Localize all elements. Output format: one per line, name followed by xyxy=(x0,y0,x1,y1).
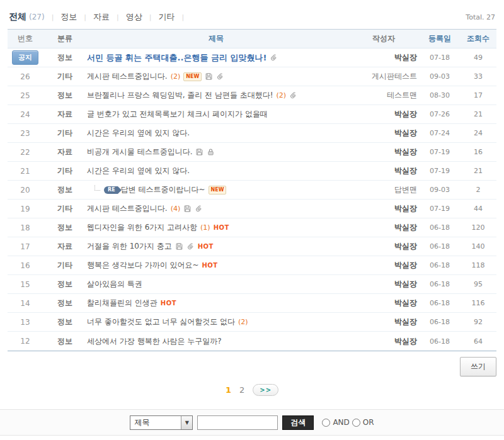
row-views: 64 xyxy=(460,337,496,346)
column-header-date: 등록일 xyxy=(420,33,460,44)
row-title-cell: 글 번호가 있고 전체목록보기 체크시 페이지가 없을때 xyxy=(87,109,350,120)
table-header-row: 번호 분류 제목 작성자 등록일 조회수 xyxy=(8,30,496,48)
table-row: 25 정보 브란젤리나 프랑스 웨딩임박, 졸리 전 남편들 초대했다!(2) … xyxy=(8,86,496,105)
row-author[interactable]: 박실장 xyxy=(350,166,420,176)
row-author[interactable]: 박실장 xyxy=(350,109,420,120)
post-title-link[interactable]: 답변 테스트중이랍니다~ xyxy=(121,184,205,195)
or-radio-label: OR xyxy=(363,418,374,427)
row-views: 44 xyxy=(460,205,496,213)
post-title-link[interactable]: 시간은 우리의 옆에 있지 않다. xyxy=(87,166,190,176)
row-author[interactable]: 박실장 xyxy=(350,298,420,308)
row-title-cell: 브란젤리나 프랑스 웨딩임박, 졸리 전 남편들 초대했다!(2) xyxy=(87,90,350,101)
write-button[interactable]: 쓰기 xyxy=(460,357,496,376)
write-button-row: 쓰기 xyxy=(8,351,496,376)
search-input[interactable] xyxy=(197,415,278,430)
row-date: 07-18 xyxy=(420,54,460,62)
tab-info-label: 정보 xyxy=(60,11,77,23)
and-radio-label: AND xyxy=(333,418,349,427)
search-operator-group: AND OR xyxy=(322,418,374,427)
next-pages-button[interactable]: >> xyxy=(253,384,278,396)
row-number: 17 xyxy=(8,242,43,251)
tab-data[interactable]: 자료 xyxy=(93,11,110,23)
table-row: 19 기타 게시판 테스트중입니다.(4) 박실장 07-19 44 xyxy=(8,200,496,218)
row-number: 23 xyxy=(8,129,43,138)
row-author[interactable]: 박실장 xyxy=(350,336,420,347)
row-author[interactable]: 박실장 xyxy=(350,222,420,233)
post-title-link[interactable]: 거절을 위한 10가지 충고 xyxy=(87,241,172,252)
or-radio[interactable] xyxy=(352,419,360,427)
attachment-icon xyxy=(289,91,297,99)
tab-separator: | xyxy=(149,13,152,21)
chevron-down-icon[interactable]: ▼ xyxy=(181,416,192,429)
row-category: 정보 xyxy=(43,222,87,233)
row-date: 06-18 xyxy=(420,261,460,269)
row-author[interactable]: 테스트맨 xyxy=(350,90,420,101)
post-title-link[interactable]: 게시판 테스트중입니다. xyxy=(87,71,168,82)
row-author[interactable]: 박실장 xyxy=(350,241,420,252)
row-views: 49 xyxy=(460,54,496,62)
row-author[interactable]: 박실장 xyxy=(350,147,420,157)
post-title-link[interactable]: 행복은 생각보다 가까이 있어요~ xyxy=(87,260,199,271)
comment-count: (2) xyxy=(171,72,181,81)
search-field-select[interactable]: 제목 ▼ xyxy=(130,415,193,430)
page-number-1[interactable]: 1 xyxy=(226,385,231,395)
post-title-link[interactable]: 시간은 우리의 옆에 있지 않다. xyxy=(87,128,190,138)
and-radio[interactable] xyxy=(322,419,330,427)
post-title-link[interactable]: 비공개 게시물 테스트중입니다. xyxy=(87,147,192,157)
reply-indent-line xyxy=(94,185,100,191)
post-title-link[interactable]: 웹디자인을 위한 6가지 고려사항 xyxy=(87,222,197,233)
row-number: 12 xyxy=(8,337,43,346)
search-button[interactable]: 검색 xyxy=(282,415,314,430)
tab-all-label: 전체 xyxy=(9,11,26,23)
column-header-author: 작성자 xyxy=(350,33,420,44)
row-date: 09-03 xyxy=(420,72,460,81)
row-author[interactable]: 박실장 xyxy=(350,279,420,290)
search-bar: 제목 ▼ 검색 AND OR xyxy=(0,409,504,436)
row-date: 06-18 xyxy=(420,337,460,346)
row-views: 16 xyxy=(460,148,496,156)
post-title-link[interactable]: 세상에서 가장 행복한 사람은 누구일까? xyxy=(87,336,222,347)
row-number: 24 xyxy=(8,110,43,119)
row-title-cell: 행복은 생각보다 가까이 있어요~HOT xyxy=(87,260,350,271)
row-number: 21 xyxy=(8,167,43,176)
row-views: 95 xyxy=(460,280,496,288)
row-author[interactable]: 박실장 xyxy=(350,317,420,327)
post-title-link[interactable]: 찰리채플린의 인생관 xyxy=(87,298,158,308)
post-title-link[interactable]: 글 번호가 있고 전체목록보기 체크시 페이지가 없을때 xyxy=(87,109,268,120)
hot-badge: HOT xyxy=(214,224,229,231)
table-row: 23 기타 시간은 우리의 옆에 있지 않다. 박실장 07-24 24 xyxy=(8,124,496,143)
row-author[interactable]: 게시판테스트 xyxy=(350,71,420,82)
row-views: 24 xyxy=(460,129,496,137)
row-author[interactable]: 답변맨 xyxy=(350,184,420,195)
row-author[interactable]: 박실장 xyxy=(350,260,420,271)
tab-separator: | xyxy=(182,13,185,21)
tab-separator: | xyxy=(84,13,86,21)
row-author[interactable]: 박실장 xyxy=(350,52,420,63)
row-number: 19 xyxy=(8,205,43,213)
tab-info[interactable]: 정보 xyxy=(60,11,77,23)
row-category: 정보 xyxy=(43,184,87,195)
post-title-link[interactable]: 서민 등골 휘는 주택대출..은행들 금리 입맞췄나! xyxy=(87,52,266,64)
tab-video[interactable]: 영상 xyxy=(126,11,142,23)
board-page: 전체 (27) | 정보 | 자료 | 영상 | 기타 | Total. 27 … xyxy=(0,0,504,396)
row-number: 15 xyxy=(8,280,43,289)
row-author[interactable]: 박실장 xyxy=(350,203,420,214)
table-row: 24 자료 글 번호가 있고 전체목록보기 체크시 페이지가 없을때 박실장 0… xyxy=(8,105,496,124)
post-title-link[interactable]: 브란젤리나 프랑스 웨딩임박, 졸리 전 남편들 초대했다! xyxy=(87,90,273,101)
tab-etc[interactable]: 기타 xyxy=(159,11,175,23)
row-category: 정보 xyxy=(43,317,87,327)
lock-icon xyxy=(207,148,215,156)
post-title-link[interactable]: 게시판 테스트중입니다. xyxy=(87,203,168,214)
page-number-2[interactable]: 2 xyxy=(239,385,244,395)
comment-count: (1) xyxy=(200,223,210,232)
row-number: 26 xyxy=(8,72,43,81)
post-title-link[interactable]: 살아있음의 특권 xyxy=(87,279,142,290)
row-category: 자료 xyxy=(43,109,87,120)
column-header-views: 조회수 xyxy=(460,33,496,44)
row-title-cell: 거절을 위한 10가지 충고HOT xyxy=(87,241,350,252)
post-title-link[interactable]: 너무 좋아할것도 없고 너무 싫어할것도 없다 xyxy=(87,317,235,327)
tab-all[interactable]: 전체 (27) xyxy=(9,11,45,23)
row-category: 기타 xyxy=(43,166,87,176)
row-category: 기타 xyxy=(43,128,87,138)
row-author[interactable]: 박실장 xyxy=(350,128,420,138)
